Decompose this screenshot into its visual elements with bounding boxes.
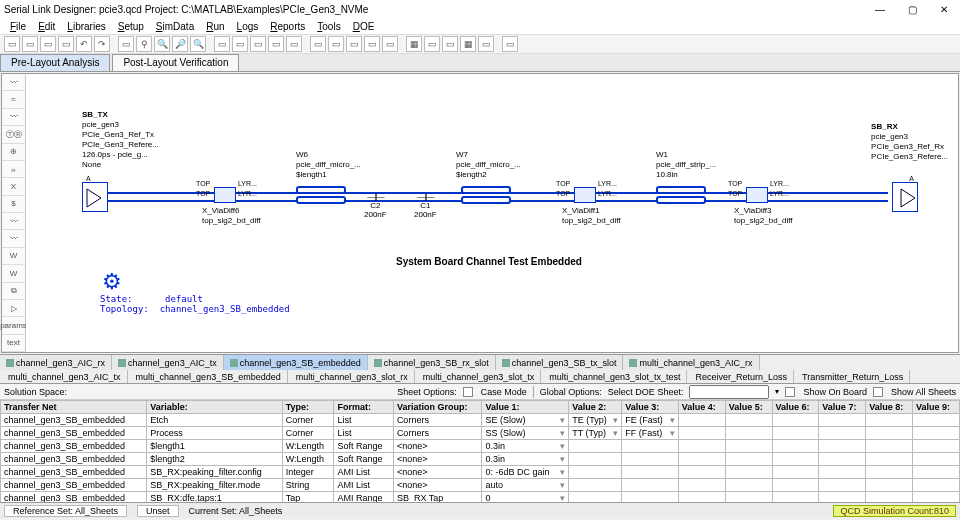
- menu-edit[interactable]: Edit: [34, 20, 59, 33]
- grid-header[interactable]: Value 6:: [772, 401, 819, 414]
- table-row[interactable]: channel_gen3_SB_embeddedSB_RX:dfe.taps:1…: [1, 492, 960, 503]
- sheet-tab-multi_channel_gen3_slot_tx[interactable]: multi_channel_gen3_slot_tx: [415, 370, 542, 383]
- table-row[interactable]: channel_gen3_SB_embeddedProcessCornerLis…: [1, 427, 960, 440]
- grid-cell[interactable]: [725, 414, 772, 427]
- grid-cell[interactable]: 0.3in: [482, 453, 569, 466]
- grid-cell[interactable]: [913, 414, 960, 427]
- grid-cell[interactable]: SS (Slow): [482, 427, 569, 440]
- grid-cell[interactable]: [819, 492, 866, 503]
- grid-cell[interactable]: [725, 479, 772, 492]
- menu-doe[interactable]: DOE: [349, 20, 379, 33]
- grid-cell[interactable]: [819, 427, 866, 440]
- show-on-board-checkbox[interactable]: [785, 387, 795, 397]
- grid-cell[interactable]: [913, 492, 960, 503]
- toolbar-btn-9[interactable]: 🔍: [154, 36, 170, 52]
- toolbar-btn-11[interactable]: 🔍: [190, 36, 206, 52]
- grid-cell[interactable]: [772, 453, 819, 466]
- grid-cell[interactable]: [622, 466, 679, 479]
- grid-header[interactable]: Variation Group:: [393, 401, 482, 414]
- menu-libraries[interactable]: Libraries: [63, 20, 109, 33]
- sheet-tab-channel_gen3_SB_embedded[interactable]: channel_gen3_SB_embedded: [224, 355, 368, 370]
- toolbar-btn-14[interactable]: ▭: [232, 36, 248, 52]
- grid-cell[interactable]: [819, 466, 866, 479]
- table-row[interactable]: channel_gen3_SB_embeddedEtchCornerListCo…: [1, 414, 960, 427]
- grid-cell[interactable]: [622, 492, 679, 503]
- palette-btn-3[interactable]: ⓉⓇ: [2, 126, 25, 143]
- grid-cell[interactable]: [913, 453, 960, 466]
- grid-cell[interactable]: [819, 479, 866, 492]
- grid-cell[interactable]: 0.3in: [482, 440, 569, 453]
- via-diff3[interactable]: [746, 187, 768, 203]
- grid-header[interactable]: Value 5:: [725, 401, 772, 414]
- sheet-tab-channel_gen3_AIC_rx[interactable]: channel_gen3_AIC_rx: [0, 355, 112, 370]
- cap-c2-sym[interactable]: —||—: [364, 192, 387, 201]
- sheet-tab-channel_gen3_SB_rx_slot[interactable]: channel_gen3_SB_rx_slot: [368, 355, 496, 370]
- grid-cell[interactable]: [772, 414, 819, 427]
- menu-tools[interactable]: Tools: [313, 20, 344, 33]
- w7-tline[interactable]: [461, 186, 511, 194]
- palette-btn-2[interactable]: 〰: [2, 109, 25, 126]
- grid-cell[interactable]: [678, 466, 725, 479]
- case-mode-checkbox[interactable]: [463, 387, 473, 397]
- grid-header[interactable]: Value 2:: [569, 401, 622, 414]
- toolbar-btn-28[interactable]: ▦: [460, 36, 476, 52]
- grid-header[interactable]: Value 9:: [913, 401, 960, 414]
- doe-select-input[interactable]: [689, 385, 769, 399]
- toolbar-btn-20[interactable]: ▭: [328, 36, 344, 52]
- grid-cell[interactable]: TE (Typ): [569, 414, 622, 427]
- grid-cell[interactable]: auto: [482, 479, 569, 492]
- sheet-tab-Transmitter_Return_Loss[interactable]: Transmitter_Return_Loss: [794, 370, 910, 383]
- grid-header[interactable]: Format:: [334, 401, 393, 414]
- grid-cell[interactable]: [569, 440, 622, 453]
- grid-cell[interactable]: [725, 453, 772, 466]
- sheet-tab-multi_channel_gen3_SB_embedded[interactable]: multi_channel_gen3_SB_embedded: [128, 370, 288, 383]
- grid-cell[interactable]: [725, 466, 772, 479]
- table-row[interactable]: channel_gen3_SB_embedded$length2W:Length…: [1, 453, 960, 466]
- via-diff1[interactable]: [574, 187, 596, 203]
- grid-header[interactable]: Value 1:: [482, 401, 569, 414]
- grid-cell[interactable]: [569, 466, 622, 479]
- toolbar-btn-3[interactable]: ▭: [58, 36, 74, 52]
- grid-cell[interactable]: [913, 466, 960, 479]
- toolbar-btn-19[interactable]: ▭: [310, 36, 326, 52]
- grid-cell[interactable]: [622, 479, 679, 492]
- grid-cell[interactable]: [913, 440, 960, 453]
- grid-cell[interactable]: [678, 453, 725, 466]
- grid-cell[interactable]: 0: [482, 492, 569, 503]
- toolbar-btn-25[interactable]: ▦: [406, 36, 422, 52]
- grid-cell[interactable]: FF (Fast): [622, 427, 679, 440]
- menu-logs[interactable]: Logs: [233, 20, 263, 33]
- toolbar-btn-1[interactable]: ▭: [22, 36, 38, 52]
- grid-cell[interactable]: [866, 427, 913, 440]
- grid-cell[interactable]: [819, 440, 866, 453]
- grid-cell[interactable]: [772, 440, 819, 453]
- grid-cell[interactable]: [678, 492, 725, 503]
- grid-cell[interactable]: [678, 479, 725, 492]
- grid-cell[interactable]: [866, 479, 913, 492]
- grid-cell[interactable]: [866, 492, 913, 503]
- grid-cell[interactable]: [913, 479, 960, 492]
- toolbar-btn-8[interactable]: ⚲: [136, 36, 152, 52]
- grid-cell[interactable]: [569, 479, 622, 492]
- w1-tline[interactable]: [656, 186, 706, 194]
- grid-header[interactable]: Variable:: [147, 401, 282, 414]
- table-row[interactable]: channel_gen3_SB_embedded$length1W:Length…: [1, 440, 960, 453]
- menu-reports[interactable]: Reports: [266, 20, 309, 33]
- toolbar-btn-17[interactable]: ▭: [286, 36, 302, 52]
- gear-icon[interactable]: ⚙: [102, 269, 122, 295]
- grid-cell[interactable]: [725, 492, 772, 503]
- cap-c1-sym[interactable]: —||—: [414, 192, 437, 201]
- tx-port[interactable]: [82, 182, 108, 212]
- palette-btn-6[interactable]: X: [2, 178, 25, 195]
- via-diff6[interactable]: [214, 187, 236, 203]
- grid-header[interactable]: Transfer Net: [1, 401, 147, 414]
- grid-cell[interactable]: SE (Slow): [482, 414, 569, 427]
- grid-cell[interactable]: TT (Typ): [569, 427, 622, 440]
- unset-button[interactable]: Unset: [137, 505, 179, 517]
- palette-btn-15[interactable]: text: [2, 335, 25, 352]
- grid-cell[interactable]: [866, 440, 913, 453]
- palette-btn-8[interactable]: 〰: [2, 213, 25, 230]
- grid-cell[interactable]: [866, 414, 913, 427]
- toolbar-btn-21[interactable]: ▭: [346, 36, 362, 52]
- w6-tline[interactable]: [296, 186, 346, 194]
